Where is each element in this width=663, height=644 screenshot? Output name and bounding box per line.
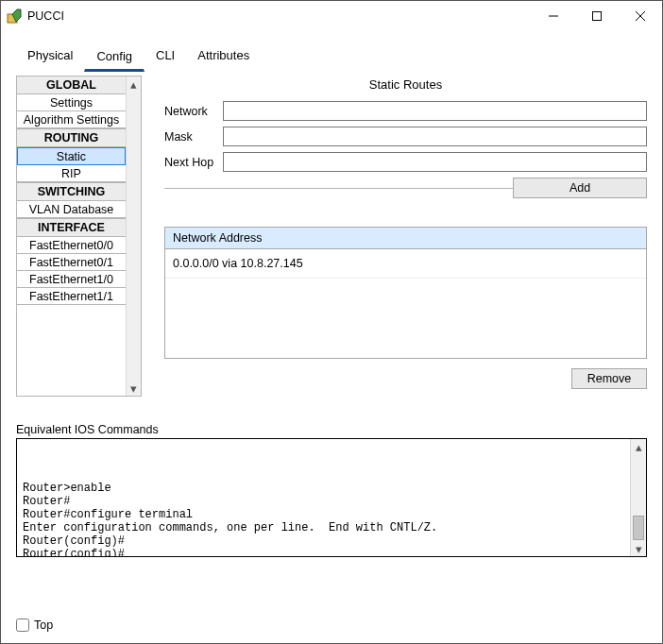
scroll-thumb[interactable]: [633, 516, 644, 540]
ios-output[interactable]: Router>enable Router# Router#configure t…: [17, 439, 630, 556]
network-input[interactable]: [223, 101, 647, 121]
tab-config[interactable]: Config: [84, 44, 144, 72]
sidebar-scrollbar[interactable]: ▴ ▾: [126, 76, 141, 396]
scroll-up-icon[interactable]: ▴: [631, 439, 646, 454]
routes-table-header: Network Address: [165, 228, 646, 249]
sidebar-item-vlan-database[interactable]: VLAN Database: [17, 201, 126, 218]
tab-attributes[interactable]: Attributes: [186, 44, 261, 72]
sidebar-header-global: GLOBAL: [17, 76, 126, 94]
routes-table: Network Address 0.0.0.0/0 via 10.8.27.14…: [164, 227, 647, 359]
titlebar: PUCCI: [1, 1, 662, 31]
ios-label: Equivalent IOS Commands: [16, 423, 647, 436]
ios-console: Router>enable Router# Router#configure t…: [16, 438, 647, 557]
sidebar-item-fe01[interactable]: FastEthernet0/1: [17, 254, 126, 271]
mask-label: Mask: [164, 130, 223, 144]
tab-physical[interactable]: Physical: [16, 44, 84, 72]
ios-scrollbar[interactable]: ▴ ▾: [630, 439, 646, 556]
minimize-button[interactable]: [532, 2, 575, 30]
sidebar-item-fe11[interactable]: FastEthernet1/1: [17, 288, 126, 305]
close-button[interactable]: [619, 2, 662, 30]
routes-table-row[interactable]: 0.0.0.0/0 via 10.8.27.145: [165, 249, 646, 279]
window-title: PUCCI: [27, 9, 64, 23]
scroll-down-icon[interactable]: ▾: [631, 541, 646, 556]
top-label: Top: [34, 619, 53, 632]
tabs: Physical Config CLI Attributes: [1, 44, 662, 72]
sidebar-item-algorithm-settings[interactable]: Algorithm Settings: [17, 111, 126, 128]
sidebar-header-interface: INTERFACE: [17, 218, 126, 237]
scroll-up-icon[interactable]: ▴: [127, 76, 141, 92]
sidebar-item-settings[interactable]: Settings: [17, 94, 126, 111]
footer: Top: [16, 619, 53, 632]
top-checkbox[interactable]: [16, 619, 29, 632]
app-icon: [7, 8, 22, 24]
sidebar-header-routing: ROUTING: [17, 128, 126, 147]
svg-rect-3: [593, 12, 602, 21]
sidebar-item-fe00[interactable]: FastEthernet0/0: [17, 237, 126, 254]
mask-input[interactable]: [223, 127, 647, 146]
sidebar-item-fe10[interactable]: FastEthernet1/0: [17, 271, 126, 288]
main-panel: Static Routes Network Mask Next Hop Add …: [142, 76, 647, 397]
maximize-button[interactable]: [575, 2, 619, 30]
tab-cli[interactable]: CLI: [144, 44, 186, 72]
add-button[interactable]: Add: [513, 178, 647, 198]
sidebar: GLOBAL Settings Algorithm Settings ROUTI…: [16, 76, 142, 397]
sidebar-item-static[interactable]: Static: [17, 147, 126, 165]
divider: [164, 188, 513, 189]
sidebar-item-rip[interactable]: RIP: [17, 165, 126, 182]
nexthop-input[interactable]: [223, 152, 647, 172]
scroll-down-icon[interactable]: ▾: [127, 381, 141, 396]
remove-button[interactable]: Remove: [571, 368, 647, 389]
panel-title: Static Routes: [164, 77, 647, 92]
network-label: Network: [164, 105, 223, 118]
nexthop-label: Next Hop: [164, 156, 223, 169]
sidebar-header-switching: SWITCHING: [17, 182, 126, 201]
